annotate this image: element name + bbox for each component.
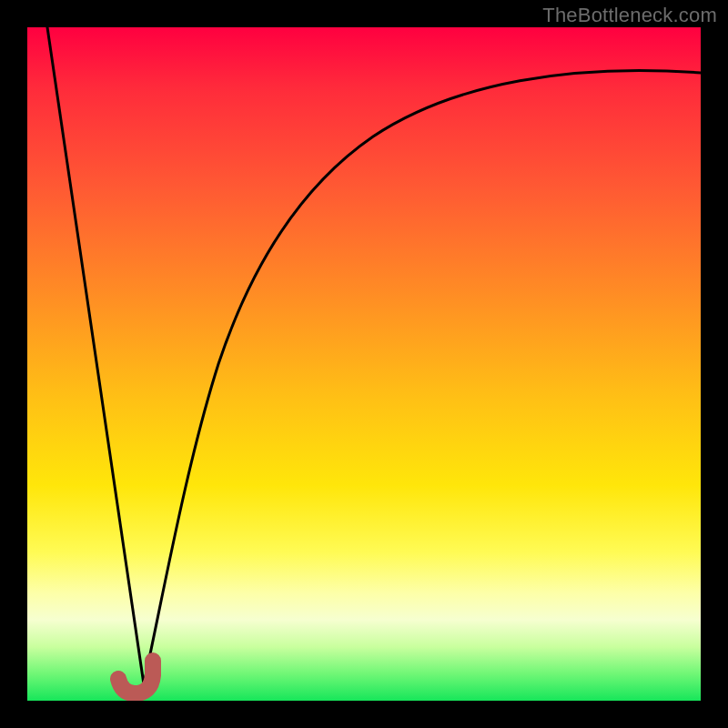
j-marker [118,661,153,693]
curve-left [47,27,144,684]
chart-frame: TheBottleneck.com [0,0,728,728]
watermark-text: TheBottleneck.com [542,4,717,27]
curve-right [144,71,701,684]
chart-svg [27,27,701,701]
plot-area [27,27,701,701]
